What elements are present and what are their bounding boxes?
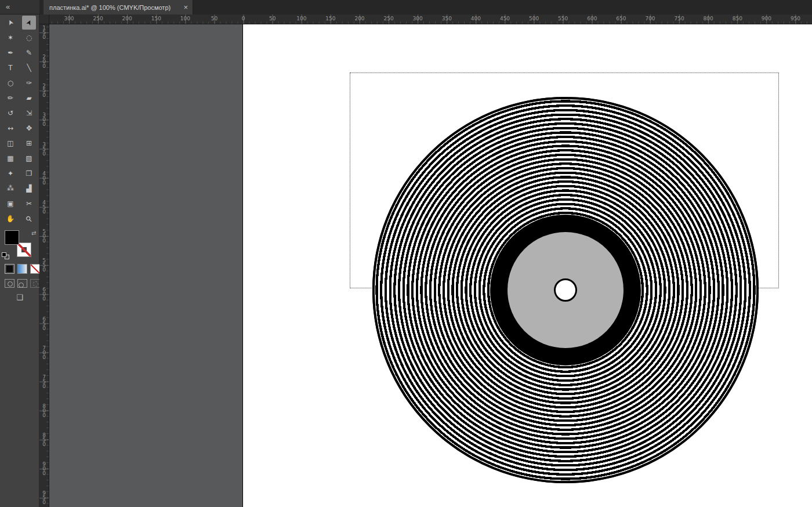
color-button[interactable]: [5, 264, 14, 274]
screen-mode-icon: ❑: [16, 293, 23, 302]
h-ruler-label: 800: [704, 16, 713, 21]
screen-mode-button[interactable]: ❑: [14, 292, 26, 302]
magic-wand-tool[interactable]: ✶: [3, 31, 17, 45]
rotate-tool[interactable]: ↺: [3, 106, 17, 120]
artboard-edge: [242, 24, 243, 507]
hand-tool[interactable]: ✋: [3, 212, 17, 226]
fill-swatch[interactable]: [5, 230, 19, 245]
tool-grid: ➤➤✶◌✒✎T╲○✑✏▰↺⇲↔✥◫⊞▦▨✦❐⁂▟▣✂✋⚲: [0, 16, 39, 226]
paintbrush-tool[interactable]: ✑: [22, 76, 36, 90]
pasteboard: [49, 24, 242, 507]
default-fill-stroke-icon[interactable]: [2, 252, 10, 260]
v-ruler-label: 650: [39, 317, 49, 331]
eyedropper-tool[interactable]: ✦: [3, 166, 17, 180]
gradient-icon: ▨: [26, 155, 32, 162]
shape-builder-tool[interactable]: ◫: [3, 136, 17, 150]
none-button[interactable]: [30, 264, 40, 274]
draw-behind-button[interactable]: [17, 279, 27, 288]
zoom-tool[interactable]: ⚲: [22, 212, 36, 226]
scale-tool[interactable]: ⇲: [22, 106, 36, 120]
direct-selection-tool[interactable]: ➤: [22, 16, 36, 30]
gradient-button[interactable]: [17, 264, 27, 274]
v-ruler-label: 300: [39, 113, 49, 126]
pen-tool[interactable]: ✒: [3, 46, 17, 60]
free-transform-tool[interactable]: ✥: [22, 121, 36, 135]
h-ruler-label: 400: [471, 16, 481, 21]
v-ruler-label: 500: [39, 229, 49, 243]
v-ruler-label: 400: [39, 171, 49, 185]
canvas[interactable]: [49, 24, 812, 507]
h-ruler-label: 950: [791, 16, 800, 21]
draw-normal-icon: [8, 281, 13, 287]
slice-tool[interactable]: ✂: [22, 197, 36, 211]
h-ruler-label: 450: [500, 16, 510, 21]
line-segment-tool[interactable]: ╲: [22, 61, 36, 75]
ruler-vertical[interactable]: 1502002503003504004505005506006507007508…: [39, 24, 49, 507]
v-ruler-label: 950: [39, 491, 49, 505]
lasso-tool[interactable]: ◌: [22, 31, 36, 45]
blend-tool[interactable]: ❐: [22, 166, 36, 180]
width-tool[interactable]: ↔: [3, 121, 17, 135]
h-ruler-label: 300: [64, 16, 74, 21]
h-ruler-label: 250: [384, 16, 394, 21]
curvature-tool[interactable]: ✎: [22, 46, 36, 60]
ruler-horizontal[interactable]: 3002502001501005005010015020025030035040…: [49, 15, 812, 24]
direct-selection-icon: ➤: [24, 19, 33, 27]
h-ruler-label: 300: [413, 16, 423, 21]
column-graph-tool[interactable]: ▟: [22, 182, 36, 195]
v-ruler-label: 550: [39, 258, 49, 272]
pencil-tool[interactable]: ✏: [3, 91, 17, 105]
pen-icon: ✒: [8, 49, 13, 56]
swap-fill-stroke-icon[interactable]: ⇄: [31, 230, 36, 236]
line-segment-icon: ╲: [27, 64, 31, 71]
hand-icon: ✋: [6, 215, 15, 222]
eraser-tool[interactable]: ▰: [22, 91, 36, 105]
perspective-grid-tool[interactable]: ⊞: [22, 136, 36, 150]
tools-panel: ➤➤✶◌✒✎T╲○✑✏▰↺⇲↔✥◫⊞▦▨✦❐⁂▟▣✂✋⚲ ⇄ ❑: [0, 15, 39, 507]
eraser-icon: ▰: [26, 95, 31, 102]
h-ruler-label: 200: [122, 16, 132, 21]
h-ruler-label: 50: [269, 16, 276, 21]
zoom-icon: ⚲: [24, 214, 34, 223]
h-ruler-label: 0: [242, 16, 245, 21]
document-tab[interactable]: пластинка.ai* @ 100% (CMYK/Просмотр) ×: [44, 0, 193, 15]
selection-icon: ➤: [6, 19, 14, 27]
h-ruler-label: 50: [211, 16, 217, 21]
lasso-icon: ◌: [26, 34, 32, 41]
v-ruler-label: 250: [39, 84, 49, 97]
h-ruler-label: 850: [733, 16, 742, 21]
h-ruler-label: 250: [93, 16, 103, 21]
record-center-hole: [554, 278, 577, 302]
shape-builder-icon: ◫: [7, 140, 13, 147]
selection-tool[interactable]: ➤: [3, 16, 17, 30]
tab-close-icon[interactable]: ×: [183, 4, 188, 11]
h-ruler-label: 600: [587, 16, 597, 21]
vinyl-record[interactable]: [372, 97, 759, 483]
type-tool[interactable]: T: [3, 61, 17, 75]
v-ruler-label: 800: [39, 404, 49, 418]
mesh-tool[interactable]: ▦: [3, 151, 17, 165]
ellipse-tool[interactable]: ○: [3, 76, 17, 90]
ruler-corner[interactable]: [39, 15, 49, 24]
document-tab-title: пластинка.ai* @ 100% (CMYK/Просмотр): [49, 4, 179, 11]
v-ruler-label: 900: [39, 462, 49, 476]
symbol-sprayer-tool[interactable]: ⁂: [3, 182, 17, 195]
eyedropper-icon: ✦: [8, 170, 13, 177]
free-transform-icon: ✥: [26, 125, 32, 132]
draw-behind-icon: [19, 283, 24, 288]
h-ruler-label: 750: [675, 16, 684, 21]
gradient-tool[interactable]: ▨: [22, 151, 36, 165]
h-ruler-label: 150: [151, 16, 161, 21]
width-icon: ↔: [8, 125, 13, 132]
draw-inside-button[interactable]: [30, 279, 40, 288]
artboard-icon: ▣: [7, 200, 13, 207]
v-ruler-label: 750: [39, 375, 49, 389]
h-ruler-label: 500: [529, 16, 539, 21]
h-ruler-label: 150: [325, 16, 335, 21]
collapse-panel-icon[interactable]: «: [6, 2, 10, 12]
artboard-tool[interactable]: ▣: [3, 197, 17, 211]
slice-icon: ✂: [26, 200, 32, 207]
h-ruler-label: 700: [645, 16, 655, 21]
pencil-icon: ✏: [8, 95, 13, 102]
draw-normal-button[interactable]: [5, 279, 14, 288]
